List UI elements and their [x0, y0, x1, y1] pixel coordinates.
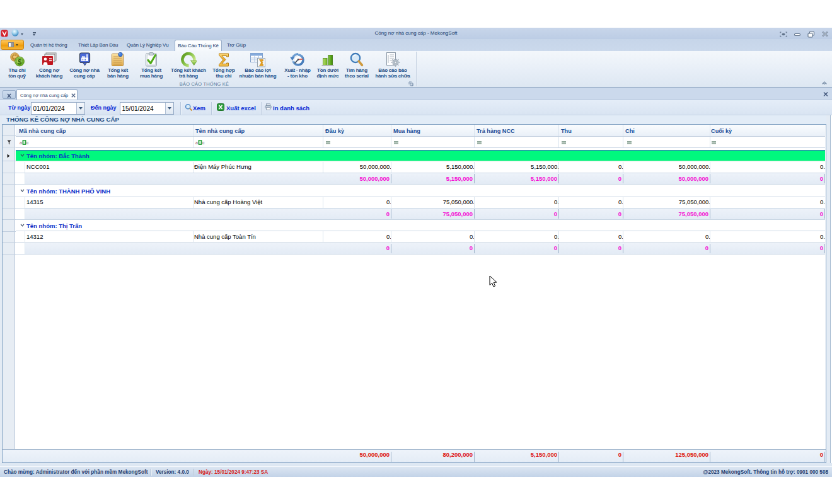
- svg-text:a: a: [195, 140, 198, 145]
- svg-text:a: a: [20, 140, 22, 145]
- svg-text:c: c: [26, 140, 29, 145]
- svg-text:$: $: [18, 58, 21, 66]
- svg-text:c: c: [202, 140, 205, 145]
